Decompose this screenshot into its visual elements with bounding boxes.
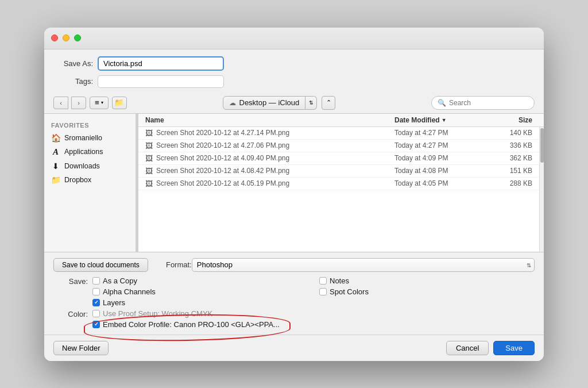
sidebar-item-label: Dropbox (64, 176, 91, 184)
view-button[interactable]: ≡ ▾ (90, 97, 109, 109)
notes-checkbox[interactable] (319, 277, 327, 285)
title-bar (44, 28, 544, 49)
spot-colors-checkbox[interactable] (319, 288, 327, 295)
save-as-label: Save As: (56, 59, 93, 68)
expand-button[interactable]: ⌃ (322, 96, 335, 110)
right-buttons: Cancel Save (446, 341, 535, 355)
file-date: Today at 4:27 PM (394, 129, 486, 137)
use-proof-option: Use Proof Setup: Working CMYK (92, 309, 535, 318)
spot-colors-label: Spot Colors (330, 287, 369, 296)
file-icon: 🖼 (145, 129, 153, 137)
file-list-area: Name Date Modified ▼ Size 🖼 Screen Shot … (138, 114, 544, 252)
save-to-cloud-button[interactable]: Save to cloud documents (53, 258, 148, 272)
home-icon: 🏠 (51, 133, 60, 143)
save-button[interactable]: Save (493, 341, 535, 355)
alpha-channels-label: Alpha Channels (103, 287, 156, 296)
notes-label: Notes (330, 276, 349, 285)
file-name: Screen Shot 2020-10-12 at 4.27.14 PM.png (156, 129, 394, 137)
column-header-date[interactable]: Date Modified ▼ (394, 116, 486, 124)
expand-icon: ⌃ (326, 99, 331, 106)
color-row: Color: Use Proof Setup: Working CMYK Emb… (53, 309, 535, 329)
file-name: Screen Shot 2020-10-12 at 4.09.40 PM.png (156, 154, 394, 162)
file-size: 140 KB (486, 129, 532, 137)
location-dropdown-arrow[interactable]: ⇅ (305, 96, 317, 110)
sidebar: Favorites 🏠 Sromaniello A Applications ⬇… (44, 114, 136, 252)
save-as-row: Save As: (44, 49, 544, 73)
spot-colors-option: Spot Colors (319, 287, 535, 296)
maximize-button[interactable] (74, 34, 81, 41)
file-list: 🖼 Screen Shot 2020-10-12 at 4.27.14 PM.p… (138, 127, 539, 252)
back-button[interactable]: ‹ (53, 97, 68, 109)
sort-icon: ▼ (442, 117, 447, 123)
new-folder-toolbar-button[interactable]: 📁 (112, 97, 127, 109)
sidebar-item-sromaniello[interactable]: 🏠 Sromaniello (44, 131, 136, 145)
main-area: Favorites 🏠 Sromaniello A Applications ⬇… (44, 113, 544, 252)
layers-option: Layers (92, 298, 308, 307)
table-row[interactable]: 🖼 Screen Shot 2020-10-12 at 4.09.40 PM.p… (138, 152, 539, 165)
folder-icon: 📁 (114, 98, 124, 107)
sidebar-item-label: Downloads (64, 162, 100, 170)
format-select[interactable]: Photoshop (192, 258, 535, 272)
location-label: Desktop — iCloud (239, 98, 300, 107)
file-icon: 🖼 (145, 154, 153, 163)
embed-profile-checkbox[interactable] (92, 321, 100, 328)
use-proof-checkbox[interactable] (92, 310, 100, 317)
format-wrapper: Photoshop ⇅ (192, 258, 535, 272)
forward-button[interactable]: › (71, 97, 86, 109)
search-input[interactable] (449, 99, 529, 107)
downloads-icon: ⬇ (51, 162, 60, 171)
file-name: Screen Shot 2020-10-12 at 4.08.42 PM.png (156, 167, 394, 175)
table-row[interactable]: 🖼 Screen Shot 2020-10-12 at 4.27.14 PM.p… (138, 127, 539, 140)
as-copy-checkbox[interactable] (92, 277, 100, 285)
tags-label: Tags: (56, 77, 93, 86)
file-icon: 🖼 (145, 167, 153, 175)
filename-input[interactable] (98, 56, 224, 71)
file-size: 336 KB (486, 141, 532, 149)
file-icon: 🖼 (145, 141, 153, 150)
color-label: Color: (53, 309, 88, 318)
scrollbar[interactable] (539, 127, 544, 252)
column-header-name[interactable]: Name (145, 116, 394, 124)
notes-option: Notes (319, 276, 535, 285)
alpha-channels-checkbox[interactable] (92, 288, 100, 295)
file-date: Today at 4:05 PM (394, 179, 486, 187)
file-size: 362 KB (486, 154, 532, 162)
table-row[interactable]: 🖼 Screen Shot 2020-10-12 at 4.05.19 PM.p… (138, 178, 539, 190)
table-row[interactable]: 🖼 Screen Shot 2020-10-12 at 4.08.42 PM.p… (138, 165, 539, 178)
sidebar-item-applications[interactable]: A Applications (44, 145, 136, 159)
embed-profile-label: Embed Color Profile: Canon PRO-100 <GLA>… (103, 320, 280, 329)
sidebar-item-dropbox[interactable]: 📁 Dropbox (44, 173, 136, 187)
tags-row: Tags: (44, 73, 544, 93)
search-box: 🔍 (431, 96, 535, 110)
file-date: Today at 4:09 PM (394, 154, 486, 162)
cloud-icon: ☁ (229, 99, 236, 107)
chevron-down-icon: ▾ (101, 100, 103, 105)
as-copy-label: As a Copy (103, 276, 137, 285)
save-options-row: Save: As a Copy Notes Alpha Channels Spo… (53, 276, 535, 307)
sidebar-item-label: Sromaniello (64, 134, 102, 142)
sidebar-item-label: Applications (64, 148, 103, 156)
table-row[interactable]: 🖼 Screen Shot 2020-10-12 at 4.27.06 PM.p… (138, 140, 539, 152)
save-options-grid: As a Copy Notes Alpha Channels Spot Colo… (92, 276, 535, 307)
close-button[interactable] (51, 34, 58, 41)
tags-input[interactable] (98, 75, 224, 88)
new-folder-button[interactable]: New Folder (53, 341, 109, 355)
file-size: 288 KB (486, 179, 532, 187)
file-list-header: Name Date Modified ▼ Size (138, 114, 544, 127)
sidebar-item-downloads[interactable]: ⬇ Downloads (44, 159, 136, 173)
location-text[interactable]: ☁ Desktop — iCloud (223, 96, 306, 110)
file-size: 151 KB (486, 167, 532, 175)
as-copy-option: As a Copy (92, 276, 308, 285)
cancel-button[interactable]: Cancel (446, 341, 489, 355)
layers-checkbox[interactable] (92, 299, 100, 306)
save-dialog: Save As: Tags: ‹ › ≡ ▾ 📁 ☁ Desktop — iCl… (44, 28, 544, 361)
use-proof-label: Use Proof Setup: Working CMYK (103, 309, 212, 318)
bottom-panel: Save to cloud documents Format: Photosho… (44, 252, 544, 335)
minimize-button[interactable] (63, 34, 69, 41)
sidebar-section-label: Favorites (44, 120, 136, 131)
save-options-label: Save: (53, 276, 88, 286)
list-view-icon: ≡ (95, 98, 99, 107)
search-icon: 🔍 (438, 99, 446, 107)
column-header-size: Size (486, 116, 532, 124)
file-name: Screen Shot 2020-10-12 at 4.27.06 PM.png (156, 141, 394, 149)
